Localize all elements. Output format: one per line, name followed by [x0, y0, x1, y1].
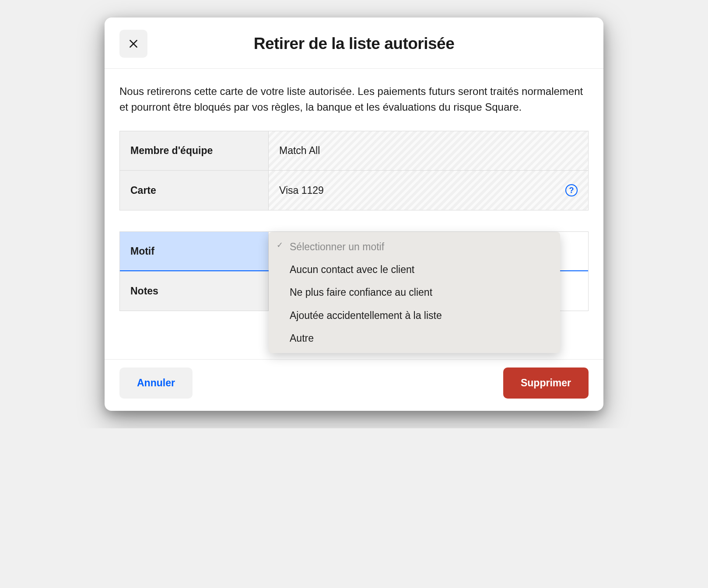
delete-button[interactable]: Supprimer — [503, 368, 589, 399]
info-row-team-member: Membre d'équipe Match All — [120, 131, 588, 171]
close-button[interactable] — [119, 30, 147, 58]
form-table: Motif Sélectionner un motif Aucun contac… — [119, 231, 589, 311]
card-label: Carte — [120, 171, 269, 210]
modal-description: Nous retirerons cette carte de votre lis… — [119, 84, 589, 115]
info-row-card: Carte Visa 1129 ? — [120, 171, 588, 210]
reason-select-cell[interactable]: Sélectionner un motif Aucun contact avec… — [269, 232, 588, 270]
dropdown-option-no-contact[interactable]: Aucun contact avec le client — [269, 258, 560, 281]
help-icon[interactable]: ? — [565, 184, 578, 196]
dropdown-option-no-trust[interactable]: Ne plus faire confiance au client — [269, 281, 560, 304]
close-icon — [128, 38, 139, 49]
reason-dropdown-menu: Sélectionner un motif Aucun contact avec… — [269, 232, 560, 353]
cancel-button[interactable]: Annuler — [119, 368, 193, 399]
modal-title: Retirer de la liste autorisée — [147, 35, 589, 53]
card-value-text: Visa 1129 — [279, 185, 324, 196]
dropdown-placeholder[interactable]: Sélectionner un motif — [269, 235, 560, 258]
dropdown-option-added-accidentally[interactable]: Ajoutée accidentellement à la liste — [269, 304, 560, 327]
form-row-reason: Motif Sélectionner un motif Aucun contac… — [120, 232, 588, 271]
notes-label: Notes — [120, 271, 269, 311]
modal-header: Retirer de la liste autorisée — [105, 18, 603, 69]
reason-label: Motif — [120, 232, 269, 270]
team-member-label: Membre d'équipe — [120, 131, 269, 170]
card-value: Visa 1129 ? — [269, 171, 588, 210]
info-table: Membre d'équipe Match All Carte Visa 112… — [119, 131, 589, 210]
modal-footer: Annuler Supprimer — [105, 359, 603, 411]
team-member-value: Match All — [269, 131, 588, 170]
remove-from-allowlist-modal: Retirer de la liste autorisée Nous retir… — [105, 18, 603, 411]
dropdown-option-other[interactable]: Autre — [269, 327, 560, 350]
modal-body: Nous retirerons cette carte de votre lis… — [105, 69, 603, 320]
